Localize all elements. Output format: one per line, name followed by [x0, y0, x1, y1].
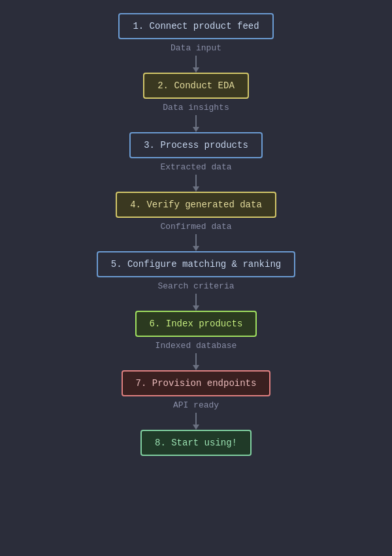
arrow-line-3	[195, 175, 197, 186]
arrow-6: Indexed database	[155, 337, 237, 370]
node-label: 1. Connect product feed	[133, 21, 259, 31]
node-start-using: 8. Start using!	[140, 430, 252, 456]
arrow-head-3	[193, 186, 199, 192]
arrow-line-5	[195, 294, 197, 305]
arrow-label-6: Indexed database	[155, 341, 237, 351]
node-connect-product-feed: 1. Connect product feed	[118, 13, 273, 39]
arrow-4: Confirmed data	[160, 218, 231, 251]
arrow-label-5: Search criteria	[157, 281, 234, 291]
node-provision-endpoints: 7. Provision endpoints	[122, 370, 271, 396]
arrow-3: Extracted data	[160, 158, 231, 192]
arrow-label-3: Extracted data	[160, 162, 231, 172]
flowchart: 1. Connect product feed Data input 2. Co…	[0, 13, 392, 456]
arrow-line-1	[195, 56, 197, 67]
node-label: 2. Conduct EDA	[157, 80, 235, 91]
node-label: 4. Verify generated data	[130, 200, 262, 210]
arrow-label-1: Data input	[171, 43, 221, 53]
node-label: 5. Configure matching & ranking	[111, 259, 281, 269]
node-conduct-eda: 2. Conduct EDA	[143, 73, 249, 99]
arrow-line-7	[195, 413, 197, 425]
arrow-2: Data insights	[163, 99, 229, 132]
arrow-line-2	[195, 115, 197, 127]
arrow-7: API ready	[173, 396, 219, 430]
node-verify-generated-data: 4. Verify generated data	[116, 192, 276, 218]
arrow-line-6	[195, 353, 197, 365]
arrow-head-4	[193, 246, 199, 251]
arrow-line-4	[195, 234, 197, 246]
node-label: 8. Start using!	[155, 438, 237, 448]
arrow-head-7	[193, 425, 199, 430]
arrow-label-7: API ready	[173, 400, 219, 410]
node-process-products: 3. Process products	[129, 132, 263, 158]
arrow-1: Data input	[171, 39, 221, 73]
arrow-label-4: Confirmed data	[160, 222, 231, 232]
node-label: 7. Provision endpoints	[136, 378, 257, 389]
node-configure-matching-ranking: 5. Configure matching & ranking	[97, 251, 295, 277]
arrow-head-5	[193, 305, 199, 311]
node-label: 3. Process products	[144, 140, 248, 150]
arrow-head-1	[193, 67, 199, 73]
node-label: 6. Index products	[150, 319, 243, 329]
arrow-head-6	[193, 365, 199, 370]
arrow-5: Search criteria	[157, 277, 234, 311]
arrow-label-2: Data insights	[163, 103, 229, 113]
arrow-head-2	[193, 127, 199, 132]
node-index-products: 6. Index products	[135, 311, 257, 337]
